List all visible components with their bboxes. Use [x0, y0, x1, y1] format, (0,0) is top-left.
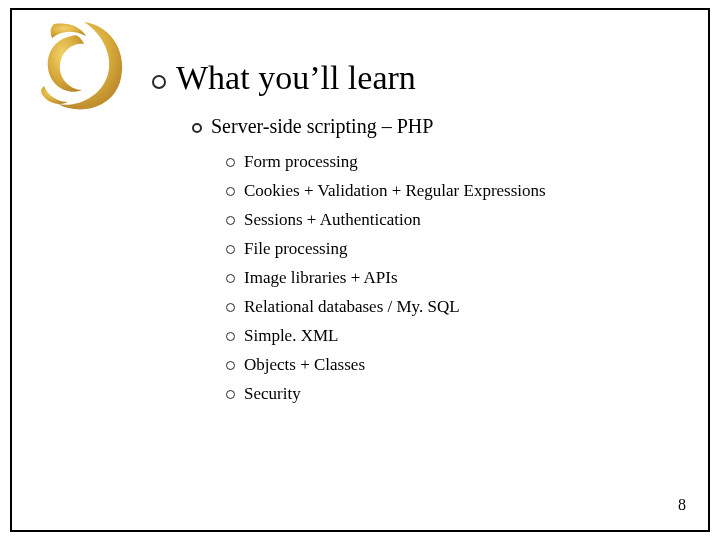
list-item: Relational databases / My. SQL — [226, 297, 678, 317]
bullet-icon — [226, 332, 235, 341]
list-item-text: Form processing — [244, 152, 358, 172]
list-item: Cookies + Validation + Regular Expressio… — [226, 181, 678, 201]
list-item: Security — [226, 384, 678, 404]
bullet-icon — [226, 187, 235, 196]
slide-heading: What you’ll learn — [176, 58, 416, 97]
topic-list: Form processing Cookies + Validation + R… — [226, 152, 678, 404]
bullet-icon — [192, 123, 202, 133]
bullet-icon — [226, 245, 235, 254]
subheading-text: Server-side scripting – PHP — [211, 115, 433, 138]
list-item-text: Security — [244, 384, 301, 404]
list-item-text: Image libraries + APIs — [244, 268, 398, 288]
list-item-text: Cookies + Validation + Regular Expressio… — [244, 181, 546, 201]
list-item: Sessions + Authentication — [226, 210, 678, 230]
bullet-icon — [226, 274, 235, 283]
slide-frame: What you’ll learn Server-side scripting … — [10, 8, 710, 532]
bullet-icon — [152, 75, 166, 89]
list-item-text: Sessions + Authentication — [244, 210, 421, 230]
bullet-icon — [226, 303, 235, 312]
list-item-text: Objects + Classes — [244, 355, 365, 375]
list-item-text: Relational databases / My. SQL — [244, 297, 460, 317]
list-item: Simple. XML — [226, 326, 678, 346]
slide-content: What you’ll learn Server-side scripting … — [152, 58, 678, 413]
list-item: Image libraries + APIs — [226, 268, 678, 288]
list-item: Objects + Classes — [226, 355, 678, 375]
page-number: 8 — [678, 496, 686, 514]
list-item: File processing — [226, 239, 678, 259]
bullet-icon — [226, 216, 235, 225]
bullet-icon — [226, 158, 235, 167]
list-item: Form processing — [226, 152, 678, 172]
list-item-text: Simple. XML — [244, 326, 338, 346]
list-item-text: File processing — [244, 239, 347, 259]
pegasus-logo-icon — [24, 16, 134, 116]
heading-row: What you’ll learn — [152, 58, 678, 97]
bullet-icon — [226, 361, 235, 370]
bullet-icon — [226, 390, 235, 399]
subheading-row: Server-side scripting – PHP — [192, 115, 678, 138]
